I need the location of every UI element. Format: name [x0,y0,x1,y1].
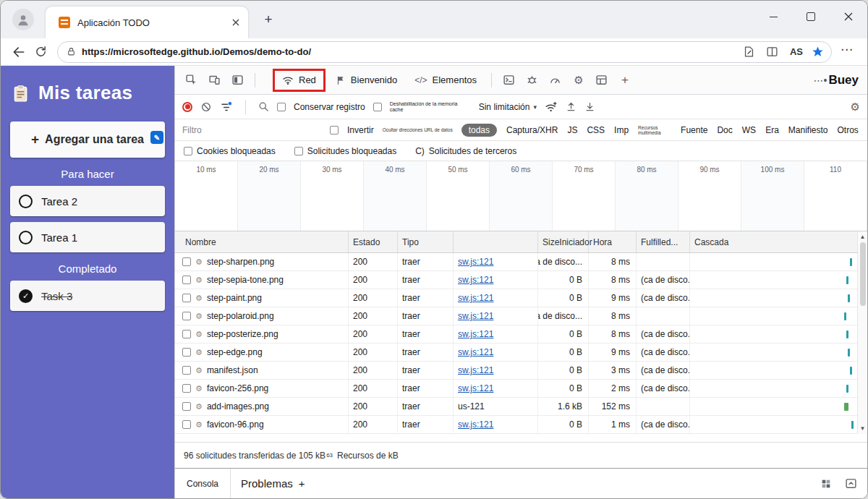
request-initiator-link[interactable]: sw.js:121 [458,329,493,339]
filter-chip-manifiesto[interactable]: Manifiesto [788,125,828,135]
blocked-requests-checkbox[interactable] [294,147,303,155]
hide-data-urls-label[interactable]: Ocultar direcciones URL de datos [383,127,453,132]
scroll-down-icon[interactable]: ▼ [860,425,866,432]
request-initiator-link[interactable]: sw.js:121 [458,383,493,393]
maximize-button[interactable] [792,1,830,33]
request-checkbox[interactable] [182,276,191,284]
device-emulation-button[interactable] [204,70,224,90]
filter-chip-doc[interactable]: Doc [717,125,732,135]
column-header-initiator[interactable]: Iniciador [559,237,592,247]
filter-chip-recursos-multimedia[interactable]: Recursos multimedia [638,125,671,135]
third-party-option[interactable]: C) Solicitudes de terceros [415,146,516,156]
web-capture-button[interactable] [741,43,758,61]
request-initiator-link[interactable]: sw.js:121 [458,419,493,430]
network-request-row[interactable]: ⚙ step-edge.png 200 traer sw.js:121 0 B … [175,344,867,362]
request-initiator-link[interactable]: sw.js:121 [458,293,493,303]
tab-close-icon[interactable] [232,19,239,26]
task-item-done[interactable]: ✓ Task 3 [10,281,165,311]
url-field[interactable]: https://microsoftedge.github.io/Demos/de… [57,41,832,63]
inspect-button[interactable] [181,70,201,90]
minimize-button[interactable] [754,1,792,33]
network-request-row[interactable]: ⚙ manifest.json 200 traer sw.js:121 0 B … [175,362,867,380]
record-icon[interactable] [182,102,192,112]
tab-welcome[interactable]: Bienvenido [328,69,404,92]
network-request-row[interactable]: ⚙ favicon-96.png 200 traer sw.js:121 0 B… [175,416,867,434]
refresh-button[interactable] [30,41,51,63]
filter-chip-imp[interactable]: Imp [614,125,629,135]
request-initiator-link[interactable]: sw.js:121 [458,347,493,357]
export-har-icon[interactable] [584,101,595,112]
back-button[interactable] [8,41,30,63]
filter-chip-era[interactable]: Era [765,125,779,135]
edit-badge-icon[interactable]: ✎ [150,131,163,144]
add-task-button[interactable]: + Agregar una tarea ✎ [10,121,165,158]
clear-icon[interactable] [200,101,212,113]
scroll-up-icon[interactable]: ▲ [860,234,866,240]
column-header-blank[interactable] [454,231,538,252]
split-screen-button[interactable] [764,43,781,61]
tab-elements[interactable]: </> Elementos [407,69,484,92]
tab-network[interactable]: Red [273,69,326,92]
network-conditions-icon[interactable] [545,101,558,114]
request-checkbox[interactable] [182,402,191,411]
disable-cache-checkbox[interactable] [373,103,382,111]
drawer-layout-icon[interactable] [820,478,832,490]
blocked-cookies-checkbox[interactable] [184,147,192,155]
drawer-tab-problems[interactable]: Problemas [241,477,293,490]
task-checkbox-icon[interactable] [19,195,33,208]
more-tabs-button[interactable]: + [615,70,635,90]
network-request-row[interactable]: ⚙ step-posterize.png 200 traer sw.js:121… [175,325,867,344]
performance-button[interactable] [545,70,566,90]
favorite-star-icon[interactable] [812,46,824,58]
request-initiator-link[interactable]: sw.js:121 [458,365,493,375]
throttling-dropdown[interactable]: Sin limitación ▾ [479,102,537,112]
column-header-status[interactable]: Estado [349,231,398,252]
request-initiator-link[interactable]: sw.js:121 [458,257,493,267]
blocked-cookies-option[interactable]: Cookies bloqueadas [184,146,276,156]
filter-chip-ws[interactable]: WS [742,125,756,135]
browser-menu-button[interactable]: ⋯ [839,42,860,61]
invert-checkbox[interactable] [330,126,339,135]
column-header-fulfilled[interactable]: Fulfilled... [637,231,690,252]
request-initiator-link[interactable]: sw.js:121 [458,311,493,321]
console-drawer-button[interactable] [499,70,519,90]
scrollbar-thumb[interactable] [860,242,866,306]
filter-chip-css[interactable]: CSS [587,125,605,135]
application-panel-button[interactable] [592,70,612,90]
preserve-log-checkbox[interactable] [277,103,286,111]
close-button[interactable] [830,1,867,33]
request-checkbox[interactable] [182,420,191,429]
browser-tab[interactable]: Aplicación TODO [46,7,248,38]
profile-initials[interactable]: AS [787,46,806,57]
request-checkbox[interactable] [182,257,191,266]
request-checkbox[interactable] [182,330,191,338]
expand-drawer-icon[interactable] [845,477,857,490]
drawer-add-button[interactable]: + [299,477,305,490]
column-header-time[interactable]: Hora [589,231,637,252]
request-checkbox[interactable] [182,348,191,357]
request-checkbox[interactable] [182,366,191,375]
column-header-waterfall[interactable]: Cascada [690,231,867,252]
network-request-row[interactable]: ⚙ step-sepia-tone.png 200 traer sw.js:12… [175,271,867,289]
filter-chip-otros[interactable]: Otros [838,125,859,135]
dock-side-button[interactable] [227,70,247,90]
column-header-size-initiator[interactable]: SizeIniciador [538,231,589,252]
network-request-row[interactable]: ⚙ step-polaroid.png 200 traer sw.js:121 … [175,307,867,325]
task-item[interactable]: Tarea 1 [10,222,165,252]
settings-button[interactable]: ⚙ [569,70,589,90]
timeline-ruler[interactable]: 10 ms20 ms30 ms40 ms50 ms60 ms70 ms80 ms… [175,161,867,231]
import-har-icon[interactable] [566,101,576,112]
filter-chip-todas[interactable]: todas [461,124,497,137]
debug-button[interactable] [522,70,542,90]
task-checked-icon[interactable]: ✓ [19,289,33,303]
blocked-requests-option[interactable]: Solicitudes bloqueadas [294,146,396,156]
request-initiator-link[interactable]: sw.js:121 [458,275,493,285]
overflow-dots-icon[interactable]: ⋯• [814,74,827,86]
network-settings-gear-icon[interactable]: ⚙ [851,101,860,114]
new-tab-button[interactable]: + [260,11,277,28]
filter-chip-fuente[interactable]: Fuente [681,125,707,135]
filter-icon[interactable] [220,101,233,114]
filter-chip-captura-xhr[interactable]: Captura/XHR [506,125,558,135]
column-header-name[interactable]: Nombre [181,231,349,252]
profile-avatar[interactable] [12,9,34,30]
